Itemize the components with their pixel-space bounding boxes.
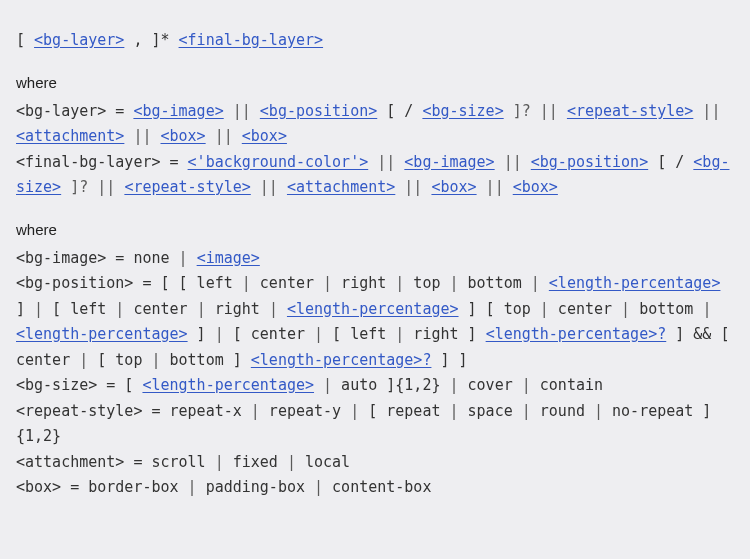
text: = [ [97, 376, 142, 394]
text: <box> [16, 478, 61, 496]
length-percentage-link[interactable]: <length-percentage> [549, 274, 721, 292]
background-color-link[interactable]: <'background-color'> [188, 153, 369, 171]
bg-position-link[interactable]: <bg-position> [531, 153, 648, 171]
where-label: where [16, 219, 734, 240]
image-link[interactable]: <image> [197, 249, 260, 267]
bar: | [314, 325, 323, 343]
bar: | [323, 274, 332, 292]
where-label: where [16, 72, 734, 93]
text: ] ] [431, 351, 467, 369]
text: , ]* [124, 31, 178, 49]
text: <final-bg-layer> [16, 153, 161, 171]
text: right ] [404, 325, 485, 343]
text: right [206, 300, 269, 318]
bar: | [323, 376, 332, 394]
text: cover [459, 376, 522, 394]
text: <bg-size> [16, 376, 97, 394]
bg-position-link[interactable]: <bg-position> [260, 102, 377, 120]
text: ]? || [504, 102, 567, 120]
text: || [477, 178, 513, 196]
text [711, 300, 720, 318]
box-link[interactable]: <box> [161, 127, 206, 145]
length-percentage-link[interactable]: <length-percentage> [16, 325, 188, 343]
text: bottom [459, 274, 531, 292]
bar: | [522, 376, 531, 394]
bar: | [242, 274, 251, 292]
bar: | [395, 325, 404, 343]
text: [ left [323, 325, 395, 343]
box-link[interactable]: <box> [431, 178, 476, 196]
bar: | [314, 478, 323, 496]
bg-image-link[interactable]: <bg-image> [404, 153, 494, 171]
length-percentage-link[interactable]: <length-percentage> [142, 376, 314, 394]
bar: | [450, 376, 459, 394]
text: = repeat-x [142, 402, 250, 420]
text: [ / [648, 153, 693, 171]
text: = none [106, 249, 178, 267]
length-percentage-link[interactable]: <length-percentage> [287, 300, 459, 318]
bg-layer-link[interactable]: <bg-layer> [34, 31, 124, 49]
length-percentage-link[interactable]: <length-percentage>? [486, 325, 667, 343]
bar: | [188, 478, 197, 496]
length-percentage-link[interactable]: <length-percentage>? [251, 351, 432, 369]
text: || [224, 102, 260, 120]
text: local [296, 453, 350, 471]
box-link[interactable]: <box> [513, 178, 558, 196]
text: = [161, 153, 188, 171]
text: round [531, 402, 594, 420]
bar: | [269, 300, 278, 318]
bar: | [251, 402, 260, 420]
text: ]? || [61, 178, 124, 196]
text: = [106, 102, 133, 120]
text: auto ]{1,2} [332, 376, 449, 394]
bar: | [350, 402, 359, 420]
text: repeat-y [260, 402, 350, 420]
text: || [206, 127, 242, 145]
bg-size-link[interactable]: <bg-size> [422, 102, 503, 120]
bar: | [197, 300, 206, 318]
text: <repeat-style> [16, 402, 142, 420]
bar: | [151, 351, 160, 369]
bg-image-link[interactable]: <bg-image> [133, 102, 223, 120]
text: fixed [224, 453, 287, 471]
bar: | [287, 453, 296, 471]
repeat-style-link[interactable]: <repeat-style> [124, 178, 250, 196]
text: center [124, 300, 196, 318]
text: <bg-position> [16, 274, 133, 292]
text: bottom [630, 300, 702, 318]
text: || [251, 178, 287, 196]
bar: | [531, 274, 540, 292]
text: = [ [ left [133, 274, 241, 292]
bar: | [179, 249, 188, 267]
text: [ left [43, 300, 115, 318]
attachment-link[interactable]: <attachment> [287, 178, 395, 196]
syntax-block-1: <bg-layer> = <bg-image> || <bg-position>… [16, 99, 734, 201]
text: || [368, 153, 404, 171]
bar: | [450, 274, 459, 292]
bar: | [34, 300, 43, 318]
bar: | [215, 325, 224, 343]
text: [ / [377, 102, 422, 120]
text [188, 249, 197, 267]
text: center [251, 274, 323, 292]
text: || [693, 102, 729, 120]
attachment-link[interactable]: <attachment> [16, 127, 124, 145]
text: = border-box [61, 478, 187, 496]
text: center [549, 300, 621, 318]
bar: | [594, 402, 603, 420]
repeat-style-link[interactable]: <repeat-style> [567, 102, 693, 120]
syntax-top-line: [ <bg-layer> , ]* <final-bg-layer> [16, 28, 734, 54]
text: <bg-image> [16, 249, 106, 267]
bar: | [450, 402, 459, 420]
final-bg-layer-link[interactable]: <final-bg-layer> [179, 31, 324, 49]
text [314, 376, 323, 394]
text: padding-box [197, 478, 314, 496]
text: <bg-layer> [16, 102, 106, 120]
box-link[interactable]: <box> [242, 127, 287, 145]
text: <attachment> [16, 453, 124, 471]
text [540, 274, 549, 292]
text: [ repeat [359, 402, 449, 420]
text: ] [ top [459, 300, 540, 318]
text [278, 300, 287, 318]
text: space [459, 402, 522, 420]
